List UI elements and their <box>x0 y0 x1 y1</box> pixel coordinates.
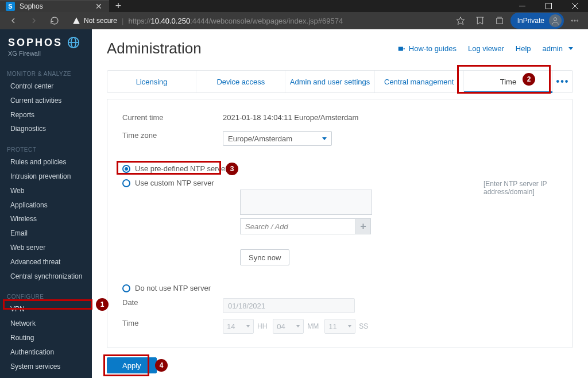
ntp-search-input[interactable]: Search / Add <box>240 218 356 234</box>
profile-avatar-icon <box>549 14 562 27</box>
apply-button[interactable]: Apply <box>107 357 157 373</box>
new-tab-button[interactable]: + <box>109 0 127 12</box>
radio-no-ntp[interactable] <box>122 284 130 292</box>
svg-point-8 <box>571 20 572 21</box>
sidebar: SOPHOS XG Firewall MONITOR & ANALYZECont… <box>0 29 92 378</box>
brand-block: SOPHOS XG Firewall <box>0 29 92 60</box>
sidebar-item-rules-and-policies[interactable]: Rules and policies <box>0 155 92 169</box>
browser-menu-button[interactable] <box>566 12 583 29</box>
sidebar-item-diagnostics[interactable]: Diagnostics <box>0 122 92 136</box>
sidebar-item-intrusion-prevention[interactable]: Intrusion prevention <box>0 169 92 184</box>
window-titlebar: S Sophos ✕ + <box>0 0 588 12</box>
main-content: Administration How-to guides Log viewer … <box>92 29 588 378</box>
favicon-icon: S <box>6 2 15 11</box>
tab-bar: LicensingDevice accessAdmin and user set… <box>107 70 573 93</box>
log-viewer-link[interactable]: Log viewer <box>468 44 504 53</box>
svg-marker-4 <box>457 17 464 24</box>
brand-word: SOPHOS <box>8 37 63 49</box>
address-bar[interactable]: Not secure | https://10.40.0.250:4444/we… <box>67 12 448 29</box>
tab-admin-and-user-settings[interactable]: Admin and user settings <box>285 71 374 92</box>
svg-point-7 <box>554 18 556 21</box>
sidebar-item-wireless[interactable]: Wireless <box>0 212 92 226</box>
settings-panel: Current time 2021-01-18 14:04:11 Europe/… <box>107 99 573 348</box>
ntp-server-list <box>240 190 372 215</box>
sidebar-item-web-server[interactable]: Web server <box>0 241 92 255</box>
admin-menu[interactable]: admin <box>543 44 573 53</box>
tab-licensing[interactable]: Licensing <box>107 71 196 92</box>
nav-heading: MONITOR & ANALYZE <box>0 68 92 79</box>
brand-subtitle: XG Firewall <box>8 50 84 57</box>
tab-device-access[interactable]: Device access <box>196 71 285 92</box>
current-time-label: Current time <box>122 113 223 122</box>
browser-toolbar: Not secure | https://10.40.0.250:4444/we… <box>0 12 588 29</box>
ntp-hint: [Enter NTP server IP address/domain] <box>483 180 572 196</box>
nav-heading: CONFIGURE <box>0 291 92 302</box>
radio-predefined-ntp[interactable] <box>122 165 130 173</box>
sidebar-item-system-services[interactable]: System services <box>0 360 92 374</box>
sidebar-item-central-synchronization[interactable]: Central synchronization <box>0 269 92 284</box>
minute-select[interactable]: 04 <box>273 319 304 334</box>
page-title: Administration <box>107 40 202 57</box>
tab-title: Sophos <box>20 2 43 10</box>
sidebar-item-authentication[interactable]: Authentication <box>0 345 92 360</box>
callout-4: 4 <box>155 359 168 372</box>
sidebar-item-routing[interactable]: Routing <box>0 331 92 345</box>
security-badge[interactable]: Not secure <box>72 17 117 25</box>
nav-heading: PROTECT <box>0 144 92 155</box>
time-label: Time <box>122 319 223 327</box>
sidebar-item-network[interactable]: Network <box>0 317 92 331</box>
tab-central-management[interactable]: Central management <box>375 71 464 92</box>
time-zone-select[interactable]: Europe/Amsterdam <box>223 131 332 146</box>
sidebar-item-applications[interactable]: Applications <box>0 198 92 213</box>
browser-tab[interactable]: S Sophos ✕ <box>0 0 109 12</box>
not-secure-label: Not secure <box>84 17 117 25</box>
sidebar-item-web[interactable]: Web <box>0 184 92 198</box>
sidebar-item-email[interactable]: Email <box>0 226 92 241</box>
refresh-button[interactable] <box>46 12 63 29</box>
help-link[interactable]: Help <box>516 44 531 53</box>
radio-custom-ntp-label: Use custom NTP server <box>135 179 214 187</box>
sync-now-button[interactable]: Sync now <box>240 249 289 265</box>
hour-select[interactable]: 14 <box>223 319 254 334</box>
back-button[interactable] <box>5 12 22 29</box>
radio-no-ntp-label: Do not use NTP server <box>135 284 211 292</box>
howto-guides-link[interactable]: How-to guides <box>397 44 457 53</box>
favorite-star-icon[interactable] <box>452 12 469 29</box>
ntp-add-button[interactable]: + <box>356 218 371 234</box>
window-maximize-button[interactable] <box>535 0 562 12</box>
current-time-value: 2021-01-18 14:04:11 Europe/Amsterdam <box>223 113 558 122</box>
time-zone-label: Time zone <box>122 131 223 140</box>
svg-point-10 <box>577 20 578 21</box>
date-label: Date <box>122 298 223 307</box>
sidebar-item-vpn[interactable]: VPN <box>0 302 92 317</box>
brand-logo-icon <box>67 36 80 49</box>
window-minimize-button[interactable] <box>509 0 535 12</box>
svg-rect-1 <box>546 3 551 9</box>
favorites-bar-icon[interactable] <box>471 12 489 29</box>
close-tab-icon[interactable]: ✕ <box>95 2 102 11</box>
forward-button[interactable] <box>25 12 42 29</box>
radio-predefined-ntp-label: Use pre-defined NTP server <box>135 164 228 173</box>
tabs-overflow-button[interactable]: ••• <box>553 71 572 92</box>
tab-time[interactable]: Time <box>464 71 553 92</box>
url-text: https://10.40.0.250:4444/webconsole/webp… <box>128 17 343 25</box>
sidebar-item-current-activities[interactable]: Current activities <box>0 94 92 108</box>
sidebar-item-advanced-threat[interactable]: Advanced threat <box>0 255 92 269</box>
window-close-button[interactable] <box>562 0 588 12</box>
sidebar-item-reports[interactable]: Reports <box>0 108 92 122</box>
svg-point-9 <box>574 20 575 21</box>
svg-rect-5 <box>496 18 502 24</box>
date-input[interactable]: 01/18/2021 <box>223 298 355 313</box>
sidebar-item-control-center[interactable]: Control center <box>0 79 92 94</box>
svg-point-14 <box>403 48 404 49</box>
second-select[interactable]: 11 <box>324 319 355 334</box>
inprivate-badge[interactable]: InPrivate <box>510 13 564 29</box>
chevron-down-icon <box>568 47 573 50</box>
chevron-down-icon <box>322 137 327 140</box>
radio-custom-ntp[interactable] <box>122 179 130 187</box>
collections-icon[interactable] <box>491 12 508 29</box>
